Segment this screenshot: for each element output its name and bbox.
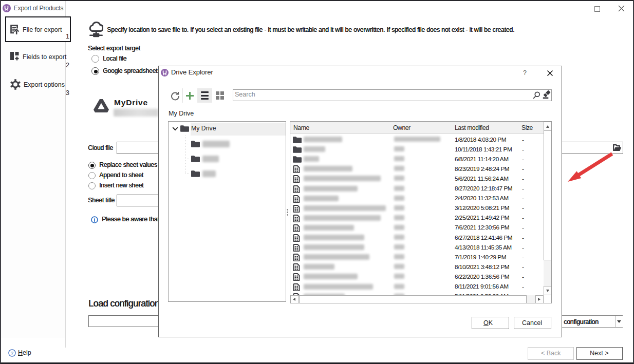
svg-text:?: ?: [11, 350, 13, 356]
